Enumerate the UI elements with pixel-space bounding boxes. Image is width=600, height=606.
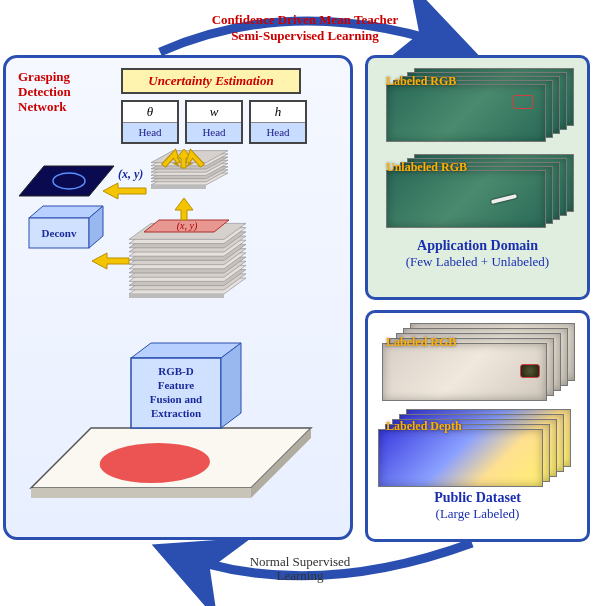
uncertainty-box: Uncertainty Estimation (121, 68, 301, 94)
public-dataset-stacks: Labeled RGB Labeled Depth (376, 321, 581, 486)
rgbd-l2: Feature (158, 379, 195, 391)
xy-center: (x, y) (177, 220, 198, 232)
top-title: Confidence Driven Mean Teacher Semi-Supe… (180, 12, 430, 43)
pub-subtitle: (Large Labeled) (376, 506, 579, 522)
app-domain-title: Application Domain (376, 238, 579, 254)
svg-marker-24 (151, 185, 206, 189)
gdn-label: Grasping Detection Network (18, 70, 98, 115)
labeled-rgb-label: Labeled RGB (386, 74, 456, 89)
deconv-label: Deconv (42, 227, 77, 239)
public-dataset-panel: Labeled RGB Labeled Depth Public Dataset… (365, 310, 590, 542)
pub-rgb-label: Labeled RGB (386, 335, 456, 350)
rgbd-block: RGB-D Feature Fusion and Extraction (131, 343, 241, 428)
network-3d-diagram: RGB-D Feature Fusion and Extraction (x, … (11, 148, 351, 538)
head-w-var: w (187, 102, 241, 123)
rgbd-l3: Fusion and (150, 393, 202, 405)
arrow-up-stacks (175, 198, 193, 220)
top-title-line1: Confidence Driven Mean Teacher (180, 12, 430, 28)
unlabeled-rgb-label: Unlabeled RGB (386, 160, 467, 175)
unlabeled-rgb-stack: Unlabeled RGB (376, 152, 581, 232)
feature-stack-large: (x, y) (129, 220, 246, 298)
head-h-var: h (251, 102, 305, 123)
svg-marker-8 (129, 294, 224, 298)
pub-depth-label: Labeled Depth (386, 419, 462, 434)
pub-title: Public Dataset (376, 490, 579, 506)
grasping-detection-network-panel: Grasping Detection Network Uncertainty E… (3, 55, 353, 540)
output-map (19, 166, 114, 196)
head-theta: θ Head (121, 100, 179, 144)
head-theta-var: θ (123, 102, 177, 123)
head-theta-label: Head (123, 123, 177, 143)
head-h-label: Head (251, 123, 305, 143)
svg-marker-35 (19, 166, 114, 196)
labeled-rgb-stack: Labeled RGB (376, 66, 581, 146)
rgbd-l1: RGB-D (158, 365, 194, 377)
bottom-title-l2: Learning (215, 569, 385, 583)
xy-label: (x, y) (118, 167, 143, 181)
rgbd-l4: Extraction (151, 407, 201, 419)
application-domain-panel: Labeled RGB Unlabeled RGB Application Do… (365, 55, 590, 300)
head-w-label: Head (187, 123, 241, 143)
bottom-title-l1: Normal Supervised (215, 555, 385, 569)
svg-marker-6 (221, 343, 241, 428)
input-image-plane (31, 428, 311, 498)
svg-marker-1 (31, 488, 251, 498)
arrow-to-deconv (103, 183, 146, 199)
arrow-large-to-deconv (92, 253, 129, 269)
head-w: w Head (185, 100, 243, 144)
top-title-line2: Semi-Supervised Learning (180, 28, 430, 44)
bottom-title: Normal Supervised Learning (215, 555, 385, 584)
head-h: h Head (249, 100, 307, 144)
head-row: θ Head w Head h Head (121, 100, 307, 144)
deconv-block: Deconv (29, 206, 103, 248)
app-domain-subtitle: (Few Labeled + Unlabeled) (376, 254, 579, 270)
